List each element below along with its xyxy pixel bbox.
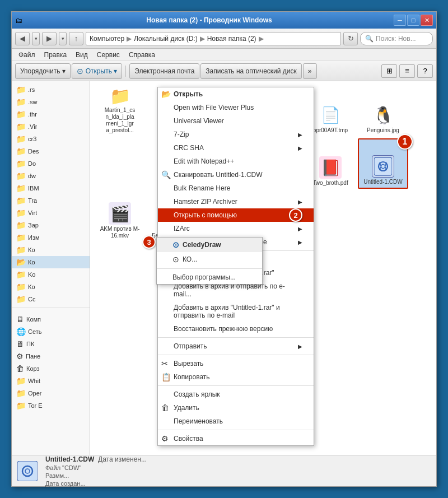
file-name: Martin_1_csn_lda_i_plameni_1_lgra_presto… <box>105 107 135 134</box>
view-tiles-button[interactable]: ⊞ <box>381 64 397 78</box>
ctx-universal[interactable]: Universal Viewer <box>158 114 314 128</box>
minimize-button[interactable]: ─ <box>394 15 406 26</box>
menu-file[interactable]: Файл <box>14 50 40 60</box>
sidebar-item-do[interactable]: 📁 Do <box>12 157 90 170</box>
maximize-button[interactable]: □ <box>407 15 419 26</box>
ctx-cut[interactable]: ✂ Вырезать <box>158 357 314 370</box>
ctx-bulk[interactable]: Bulk Rename Here <box>158 181 314 195</box>
ctx-delete[interactable]: 🗑 Удалить <box>158 401 314 415</box>
ctx-add-archive[interactable]: Добавить в архив... <box>158 253 314 266</box>
sidebar-label: Virt <box>28 210 37 216</box>
sidebar-label: Корз <box>26 365 40 372</box>
file-item-martin[interactable]: 📁 Martin_1_csn_lda_i_plameni_1_lgra_pres… <box>95 86 145 136</box>
help-button[interactable]: ? <box>417 64 433 78</box>
ctx-properties[interactable]: ⚙ Свойства <box>158 432 314 445</box>
sidebar-label: Des <box>28 148 39 155</box>
ctx-fileviewer[interactable]: Open with File Viewer Plus <box>158 101 314 114</box>
folder-icon: 📁 <box>16 221 26 230</box>
ctx-totalcmd[interactable]: Total Commander Ultima Prime ▶ <box>158 235 314 249</box>
ctx-7zip[interactable]: 7-Zip ▶ <box>158 128 314 141</box>
sidebar-label: Whit <box>28 378 40 384</box>
ctx-add-rar-email[interactable]: Добавить в архив "Untitled-1.rar" и отпр… <box>158 301 314 322</box>
context-separator <box>158 337 314 338</box>
properties-icon: ⚙ <box>161 434 169 443</box>
sidebar-item-thr[interactable]: 📁 .thr <box>12 108 90 120</box>
burn-button[interactable]: Записать на оптический диск <box>200 63 302 79</box>
ctx-notepadpp[interactable]: Edit with Notepad++ <box>158 155 314 168</box>
sidebar-item-vir[interactable]: 📁 .Vir <box>12 120 90 133</box>
sidebar-item-ko3[interactable]: 📁 Ko <box>12 268 90 281</box>
up-button[interactable]: ↑ <box>69 32 83 45</box>
ctx-add-rar[interactable]: Добавить в архив "Untitled-1.rar" <box>158 266 314 280</box>
file-item-penguins[interactable]: 🐧 Penguins.jpg <box>358 86 408 136</box>
ctx-send[interactable]: Отправить ▶ <box>158 339 314 353</box>
file-item-akm[interactable]: 🎬 AKM против M-16.mkv <box>95 191 145 241</box>
menu-view[interactable]: Вид <box>71 50 92 60</box>
sidebar-item-whit[interactable]: 📁 Whit <box>12 375 90 387</box>
sidebar-item-sw[interactable]: 📁 .sw <box>12 96 90 108</box>
sidebar-item-ko4[interactable]: 📁 Ко <box>12 281 90 293</box>
menu-help[interactable]: Справка <box>124 50 160 60</box>
sidebar-item-panel[interactable]: ⚙ Пане <box>12 350 90 362</box>
folder-icon: 📁 <box>16 233 26 242</box>
sidebar-separator <box>12 308 90 311</box>
sidebar-item-tra[interactable]: 📁 Tra <box>12 194 90 207</box>
ctx-copy[interactable]: 📋 Копировать <box>158 370 314 384</box>
computer-icon: 🖥 <box>16 315 24 324</box>
sidebar-item-oper[interactable]: 📁 Oper <box>12 387 90 399</box>
sidebar-item-rs[interactable]: 📁 .rs <box>12 83 90 96</box>
sidebar-item-network[interactable]: 🌐 Сеть <box>12 325 90 338</box>
more-button[interactable]: » <box>303 63 317 79</box>
address-bar[interactable]: Компьютер ▶ Локальный диск (D:) ▶ Новая … <box>86 32 341 45</box>
sidebar-item-pc[interactable]: 🖥 ПК <box>12 338 90 350</box>
sidebar-item-tor[interactable]: 📁 Tor E <box>12 399 90 412</box>
main-content: 📁 .rs 📁 .sw 📁 .thr 📁 .Vir 📁 cr3 📁 De <box>12 81 436 455</box>
back-dropdown[interactable]: ▾ <box>32 32 40 45</box>
sidebar-label: Ко <box>28 283 35 290</box>
sidebar-item-ko2[interactable]: 📂 Ко <box>12 256 90 268</box>
sidebar-item-cc[interactable]: 📁 Cc <box>12 293 90 305</box>
open-button[interactable]: ⊙ Открыть ▾ <box>72 63 122 79</box>
svg-rect-3 <box>17 461 38 481</box>
sidebar-item-des[interactable]: 📁 Des <box>12 145 90 157</box>
refresh-button[interactable]: ↻ <box>343 32 358 45</box>
ctx-rename[interactable]: Переименовать <box>158 415 314 428</box>
sidebar-item-recycle[interactable]: 🗑 Корз <box>12 362 90 375</box>
ctx-crcsha[interactable]: CRC SHA ▶ <box>158 141 314 155</box>
email-button[interactable]: Электронная почта <box>129 63 199 79</box>
cdw-icon <box>372 155 394 178</box>
close-button[interactable]: ✕ <box>421 15 433 26</box>
sidebar-item-dw[interactable]: 📁 dw <box>12 170 90 182</box>
window-title: Новая папка (2) - Проводник Windows <box>146 16 272 24</box>
ctx-izarc[interactable]: IZArc ▶ <box>158 222 314 235</box>
sidebar-item-ibm[interactable]: 📁 IBM <box>12 182 90 194</box>
sidebar-item-izm[interactable]: 📁 Изм <box>12 231 90 244</box>
pc-icon: 🖥 <box>16 339 24 348</box>
context-separator <box>158 250 314 251</box>
search-bar[interactable]: 🔍 Поиск: Нов... <box>360 32 433 45</box>
folder-icon: 📁 <box>16 270 26 279</box>
ctx-openwith[interactable]: Открыть с помощью ▶ 2 <box>158 208 314 222</box>
back-button[interactable]: ◀ <box>15 32 30 45</box>
ctx-restore[interactable]: Восстановить прежнюю версию <box>158 322 314 336</box>
status-info: Untitled-1.CDW Дата изменен... Файл "CDW… <box>45 455 147 487</box>
forward-button[interactable]: ▶ <box>42 32 57 45</box>
sidebar-item-computer[interactable]: 🖥 Комп <box>12 313 90 325</box>
menu-service[interactable]: Сервис <box>92 50 124 60</box>
organize-button[interactable]: Упорядочить ▾ <box>15 63 71 79</box>
ctx-add-email[interactable]: Добавить в архив и отправить по e-mail..… <box>158 280 314 301</box>
sidebar-item-cr3[interactable]: 📁 cr3 <box>12 133 90 145</box>
file-item-untitled-cdw[interactable]: Untitled-1.CDW 1 <box>358 138 408 189</box>
ctx-create-shortcut[interactable]: Создать ярлык <box>158 388 314 401</box>
ctx-hamster[interactable]: Hamster ZIP Archiver ▶ <box>158 195 314 208</box>
menu-edit[interactable]: Правка <box>40 50 72 60</box>
sidebar-label: Tra <box>28 197 37 204</box>
sidebar-item-ko1[interactable]: 📁 Ко <box>12 244 90 256</box>
forward-dropdown[interactable]: ▾ <box>59 32 67 45</box>
folder-icon: 📁 <box>16 159 26 168</box>
sidebar-item-virt[interactable]: 📁 Virt <box>12 207 90 219</box>
ctx-scan[interactable]: 🔍 Сканировать Untitled-1.CDW <box>158 168 314 181</box>
ctx-open[interactable]: 📂 Открыть <box>158 87 314 101</box>
sidebar-item-zar[interactable]: 📁 Зар <box>12 219 90 231</box>
view-list-button[interactable]: ≡ <box>399 64 415 78</box>
